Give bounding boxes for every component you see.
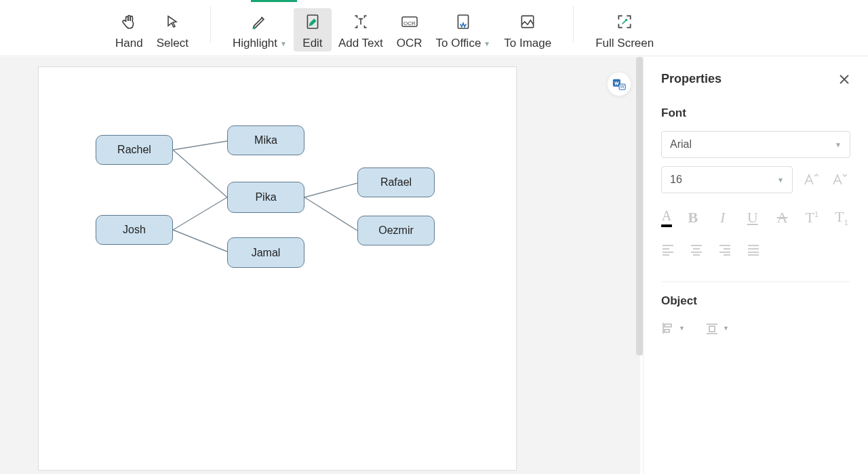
toolbar-separator: [573, 6, 574, 43]
object-align-button[interactable]: ▼: [661, 321, 685, 335]
ocr-icon: OCR: [400, 12, 419, 31]
font-increase-icon: [802, 172, 818, 187]
hand-icon: [119, 12, 138, 31]
svg-line-9: [304, 183, 357, 197]
svg-line-7: [173, 197, 227, 230]
node-label: Rachel: [117, 144, 151, 156]
node-label: Mika: [254, 134, 277, 146]
diagram-node-jamal[interactable]: Jamal: [227, 237, 304, 268]
svg-line-5: [173, 141, 227, 150]
underline-button[interactable]: U: [744, 209, 762, 226]
to-image-button[interactable]: To Image: [497, 8, 558, 52]
align-left-icon: [661, 243, 675, 256]
chevron-down-icon: ▼: [280, 40, 287, 47]
italic-button[interactable]: I: [714, 209, 732, 226]
strikethrough-button[interactable]: A: [773, 209, 791, 226]
node-label: Rafael: [380, 176, 412, 189]
font-color-swatch: [661, 224, 672, 227]
to-image-icon: [518, 12, 537, 31]
main-toolbar: Hand Select Highlight▼: [0, 0, 868, 56]
full-screen-button[interactable]: Full Screen: [589, 8, 660, 52]
svg-rect-32: [665, 330, 669, 332]
align-right-button[interactable]: [718, 243, 732, 256]
increase-font-button[interactable]: [802, 172, 821, 187]
diagram-node-mika[interactable]: Mika: [227, 125, 304, 155]
font-section-title: Font: [661, 106, 850, 120]
add-text-label: Add Text: [338, 37, 383, 50]
add-text-icon: [351, 12, 370, 31]
align-center-icon: [690, 243, 703, 256]
decrease-font-button[interactable]: [831, 172, 850, 187]
document-page[interactable]: Rachel Josh Mika Pika Jamal Rafael Oezmi…: [38, 66, 517, 471]
node-label: Oezmir: [378, 224, 414, 237]
superscript-button[interactable]: T1: [803, 209, 821, 226]
object-section-title: Object: [661, 294, 850, 308]
svg-text:W: W: [620, 84, 625, 89]
node-label: Josh: [123, 224, 146, 236]
edit-doc-icon: [303, 12, 322, 31]
align-right-icon: [718, 243, 732, 256]
svg-line-6: [173, 150, 227, 197]
highlight-button[interactable]: Highlight▼: [226, 8, 294, 52]
diagram-node-rafael[interactable]: Rafael: [357, 167, 435, 197]
subscript-button[interactable]: T1: [833, 208, 850, 226]
hand-tool-label: Hand: [115, 37, 143, 50]
svg-text:OCR: OCR: [403, 20, 416, 26]
edit-label: Edit: [302, 37, 322, 50]
properties-panel: Properties Font Arial ▼ 16 ▼ A: [643, 57, 868, 474]
highlight-label: Highlight: [233, 37, 277, 50]
full-screen-label: Full Screen: [595, 37, 654, 50]
font-color-icon: A: [662, 208, 671, 224]
panel-divider: [661, 281, 850, 282]
font-size-select[interactable]: 16 ▼: [661, 166, 793, 193]
close-icon: [838, 73, 850, 85]
align-left-button[interactable]: [661, 243, 675, 256]
select-tool-label: Select: [157, 37, 189, 50]
chevron-down-icon: ▼: [777, 176, 784, 184]
close-panel-button[interactable]: [838, 73, 850, 85]
font-decrease-icon: [831, 172, 847, 187]
add-text-button[interactable]: Add Text: [332, 8, 390, 52]
properties-title: Properties: [661, 72, 722, 86]
diagram-node-josh[interactable]: Josh: [96, 215, 173, 245]
toolbar-separator: [210, 6, 211, 43]
chevron-down-icon: ▼: [679, 325, 685, 332]
object-align-icon: [661, 321, 675, 335]
align-justify-button[interactable]: [747, 243, 760, 256]
word-convert-badge[interactable]: W: [607, 72, 631, 96]
font-family-value: Arial: [670, 138, 692, 151]
object-distribute-button[interactable]: ▼: [705, 321, 729, 335]
align-center-button[interactable]: [690, 243, 703, 256]
highlight-pen-icon: [250, 12, 269, 31]
chevron-down-icon: ▼: [835, 141, 842, 149]
vertical-scroll-thumb[interactable]: [636, 57, 643, 355]
font-family-select[interactable]: Arial ▼: [661, 131, 850, 158]
node-label: Pika: [255, 191, 276, 203]
node-label: Jamal: [252, 247, 281, 259]
ocr-label: OCR: [397, 37, 422, 50]
align-justify-icon: [747, 243, 760, 256]
svg-rect-34: [709, 326, 715, 332]
edit-button[interactable]: Edit: [294, 8, 332, 52]
select-tool-button[interactable]: Select: [150, 8, 195, 52]
cursor-icon: [163, 12, 182, 31]
to-office-icon: [454, 12, 473, 31]
chevron-down-icon: ▼: [484, 40, 490, 47]
hand-tool-button[interactable]: Hand: [108, 8, 150, 52]
fullscreen-icon: [615, 12, 634, 31]
canvas-workspace[interactable]: Rachel Josh Mika Pika Jamal Rafael Oezmi…: [0, 57, 640, 474]
svg-line-8: [173, 230, 227, 252]
bold-button[interactable]: B: [684, 209, 702, 226]
to-office-button[interactable]: To Office▼: [429, 8, 498, 52]
svg-line-10: [304, 197, 357, 231]
object-distribute-icon: [705, 321, 719, 335]
font-color-button[interactable]: A: [661, 208, 672, 227]
ocr-button[interactable]: OCR OCR: [390, 8, 429, 52]
font-size-value: 16: [670, 174, 682, 186]
svg-rect-31: [665, 324, 671, 327]
diagram-node-oezmir[interactable]: Oezmir: [357, 216, 435, 245]
diagram-node-pika[interactable]: Pika: [227, 182, 304, 213]
to-image-label: To Image: [504, 37, 551, 50]
to-office-label: To Office: [436, 37, 481, 50]
diagram-node-rachel[interactable]: Rachel: [96, 135, 173, 165]
